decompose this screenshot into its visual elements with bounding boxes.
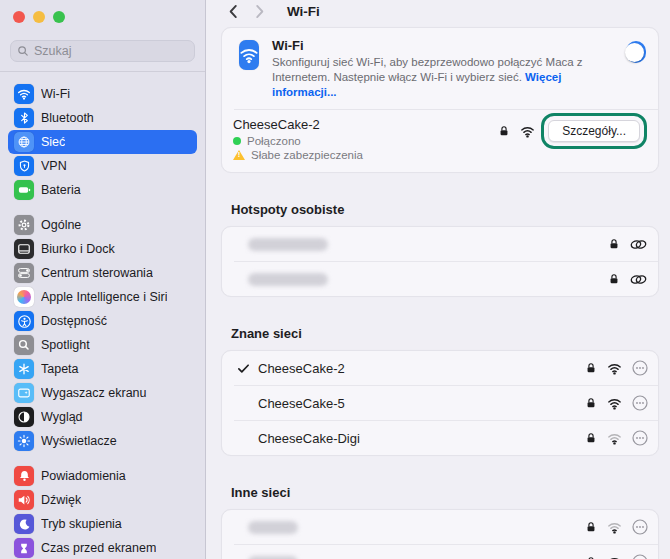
check-icon <box>237 362 251 375</box>
security-warning: ! Słabe zabezpieczenia <box>233 149 363 161</box>
wifi-weak-icon <box>606 520 623 535</box>
sidebar-item-tapeta[interactable]: Tapeta <box>8 357 197 381</box>
control-center-icon <box>14 263 34 283</box>
sidebar-item-spotlight[interactable]: Spotlight <box>8 333 197 357</box>
sidebar-item-ogólne[interactable]: Ogólne <box>8 213 197 237</box>
bell-icon <box>14 466 34 486</box>
sidebar-item-dźwięk[interactable]: Dźwięk <box>8 488 197 512</box>
network-row[interactable] <box>222 545 658 559</box>
search-input[interactable]: Szukaj <box>10 40 195 62</box>
close-button[interactable] <box>13 11 25 23</box>
sidebar-item-label: Sieć <box>41 135 65 149</box>
network-row[interactable] <box>222 510 658 544</box>
sidebar-item-label: Czas przed ekranem <box>41 541 156 555</box>
redacted-network-name <box>248 273 328 286</box>
minimize-button[interactable] <box>33 11 45 23</box>
wifi-setting-title: Wi-Fi <box>272 38 626 53</box>
sidebar-item-label: Powiadomienia <box>41 469 126 483</box>
network-sections: Hotspoty osobiste Znane sieci CheeseCake… <box>221 202 659 559</box>
network-row[interactable] <box>222 262 658 296</box>
navigation-header: Wi-Fi <box>206 0 670 22</box>
network-name: CheeseCake-Digi <box>258 431 360 446</box>
battery-icon <box>14 180 34 200</box>
lock-icon <box>585 555 597 559</box>
sidebar-item-dostępność[interactable]: Dostępność <box>8 309 197 333</box>
sidebar-item-bateria[interactable]: Bateria <box>8 178 197 202</box>
sidebar-item-label: Tryb skupienia <box>41 517 122 531</box>
more-button[interactable] <box>632 360 648 376</box>
more-button[interactable] <box>632 395 648 411</box>
lock-icon <box>585 431 597 445</box>
main-content: Wi-Fi Wi-Fi Skonfiguruj sieć Wi-Fi, aby … <box>206 0 670 559</box>
lock-icon <box>608 272 620 286</box>
more-button[interactable] <box>632 430 648 446</box>
wallpaper-icon <box>14 359 34 379</box>
speaker-icon <box>14 490 34 510</box>
redacted-network-name <box>248 238 328 251</box>
lock-icon <box>585 396 597 410</box>
network-section: Inne sieci <box>221 485 659 559</box>
sun-icon <box>14 431 34 451</box>
details-button[interactable]: Szczegóły... <box>548 120 640 142</box>
sidebar-item-label: Centrum sterowania <box>41 266 153 280</box>
warning-icon: ! <box>233 150 245 160</box>
section-title: Inne sieci <box>231 485 659 500</box>
sidebar-item-tryb-skupienia[interactable]: Tryb skupienia <box>8 512 197 536</box>
gear-icon <box>14 215 34 235</box>
sidebar-group: Ogólne Biurko i Dock Centrum sterowania … <box>8 213 197 453</box>
network-row[interactable] <box>222 227 658 261</box>
sidebar-item-wygląd[interactable]: Wygląd <box>8 405 197 429</box>
sidebar-item-biurko-i-dock[interactable]: Biurko i Dock <box>8 237 197 261</box>
sidebar-item-sieć[interactable]: Sieć <box>8 130 197 154</box>
globe-icon <box>14 132 34 152</box>
wifi-card: Wi-Fi Skonfiguruj sieć Wi-Fi, aby bezprz… <box>221 27 659 173</box>
sidebar-item-vpn[interactable]: VPN <box>8 154 197 178</box>
sidebar-item-label: Ogólne <box>41 218 81 232</box>
wifi-icon <box>14 84 34 104</box>
spotlight-icon <box>14 335 34 355</box>
network-list: CheeseCake-2 CheeseCake-5 CheeseCake-Dig… <box>221 350 659 456</box>
network-row-cheesecake-5[interactable]: CheeseCake-5 <box>222 386 658 420</box>
sidebar-item-label: VPN <box>41 159 67 173</box>
connected-dot-icon <box>233 137 241 145</box>
settings-scroll-area: Wi-Fi Skonfiguruj sieć Wi-Fi, aby bezprz… <box>206 22 670 559</box>
sidebar-item-label: Wygląd <box>41 410 83 424</box>
connected-network-name: CheeseCake-2 <box>233 117 363 132</box>
sidebar-item-powiadomienia[interactable]: Powiadomienia <box>8 464 197 488</box>
sidebar-item-centrum-sterowania[interactable]: Centrum sterowania <box>8 261 197 285</box>
system-settings-window: Szukaj Wi-Fi Bluetooth Sieć VPN Bateria … <box>0 0 670 559</box>
network-row-cheesecake-digi[interactable]: CheeseCake-Digi <box>222 421 658 455</box>
network-section: Hotspoty osobiste <box>221 202 659 297</box>
forward-button[interactable] <box>249 0 271 22</box>
sidebar-group: Powiadomienia Dźwięk Tryb skupienia Czas… <box>8 464 197 559</box>
sidebar-item-bluetooth[interactable]: Bluetooth <box>8 106 197 130</box>
lock-icon <box>585 520 597 534</box>
wifi-signal-icon <box>519 124 536 139</box>
siri-icon <box>14 287 34 307</box>
connected-row-icons: Szczegóły... <box>498 120 646 142</box>
sidebar-nav: Wi-Fi Bluetooth Sieć VPN Bateria Ogólne … <box>0 72 205 559</box>
row-icons <box>608 237 648 251</box>
network-row-cheesecake-2[interactable]: CheeseCake-2 <box>222 351 658 385</box>
more-button[interactable] <box>632 519 648 535</box>
wifi-description: Skonfiguruj sieć Wi-Fi, aby bezprzewodow… <box>272 55 626 100</box>
more-button[interactable] <box>632 554 648 559</box>
sidebar-item-czas-przed-ekranem[interactable]: Czas przed ekranem <box>8 536 197 559</box>
accessibility-icon <box>14 311 34 331</box>
back-button[interactable] <box>222 0 244 22</box>
sidebar-item-label: Wi-Fi <box>41 87 70 101</box>
moon-icon <box>14 514 34 534</box>
redacted-network-name <box>248 556 298 559</box>
network-list <box>221 226 659 297</box>
sidebar-item-label: Wyświetlacze <box>41 434 117 448</box>
sidebar-top: Szukaj <box>0 0 205 72</box>
wifi-toggle[interactable] <box>626 41 646 63</box>
sidebar-item-label: Tapeta <box>41 362 79 376</box>
zoom-button[interactable] <box>53 11 65 23</box>
sidebar-item-wygaszacz-ekranu[interactable]: Wygaszacz ekranu <box>8 381 197 405</box>
sidebar-item-apple-intelligence-i-siri[interactable]: Apple Intelligence i Siri <box>8 285 197 309</box>
sidebar: Szukaj Wi-Fi Bluetooth Sieć VPN Bateria … <box>0 0 206 559</box>
sidebar-item-wi-fi[interactable]: Wi-Fi <box>8 82 197 106</box>
sidebar-item-wyświetlacze[interactable]: Wyświetlacze <box>8 429 197 453</box>
row-icons <box>585 430 648 446</box>
